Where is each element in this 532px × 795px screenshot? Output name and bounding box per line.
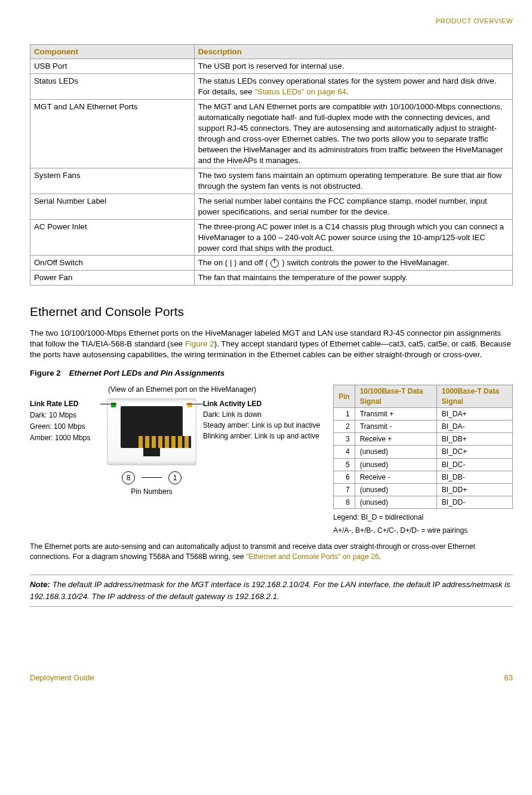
cell-desc: The two system fans maintain an optimum … bbox=[194, 168, 512, 194]
section-paragraph: The two 10/100/1000-Mbps Ethernet ports … bbox=[30, 328, 513, 360]
cell-component: MGT and LAN Ethernet Ports bbox=[30, 100, 195, 168]
figure-under-note: The Ethernet ports are auto-sensing and … bbox=[30, 542, 513, 563]
footer-page-number: 63 bbox=[505, 673, 513, 683]
components-table: Component Description USB Port The USB p… bbox=[30, 44, 513, 286]
table-row: 2Transmit -BI_DA- bbox=[334, 420, 513, 432]
section-title: Ethernet and Console Ports bbox=[30, 303, 513, 320]
page-footer: Deployment Guide 63 bbox=[30, 673, 513, 683]
note-box: Note: The default IP address/netmask for… bbox=[30, 575, 513, 607]
cell-component: On/Off Switch bbox=[30, 256, 195, 271]
col-pin: Pin bbox=[334, 385, 355, 407]
table-row: Serial Number Label The serial number la… bbox=[30, 194, 513, 219]
note-text: The default IP address/netmask for the M… bbox=[30, 580, 511, 601]
table-row: AC Power Inlet The three-prong AC power … bbox=[30, 219, 513, 256]
cell-component: AC Power Inlet bbox=[30, 219, 195, 256]
rj45-port-icon bbox=[107, 398, 196, 465]
table-row: Power Fan The fan that maintains the tem… bbox=[30, 271, 513, 286]
col-1000: 1000Base-T Data Signal bbox=[436, 385, 512, 407]
link-activity-led-key: Link Activity LED Dark: Link is down Ste… bbox=[203, 398, 322, 441]
table-row: MGT and LAN Ethernet Ports The MGT and L… bbox=[30, 100, 513, 168]
table-row: 8(unused)BI_DD- bbox=[334, 496, 513, 509]
table-row: 4(unused)BI_DC+ bbox=[334, 446, 513, 458]
running-head: PRODUCT OVERVIEW bbox=[30, 17, 513, 26]
link-eth-console-ports[interactable]: "Ethernet and Console Ports" on page 26 bbox=[246, 552, 379, 561]
table-row: 6Receive -BI_DB- bbox=[334, 471, 513, 483]
cell-desc: The serial number label contains the FCC… bbox=[194, 194, 512, 219]
col-description: Description bbox=[194, 44, 512, 59]
cell-component: USB Port bbox=[30, 59, 195, 74]
power-icon bbox=[270, 259, 279, 268]
cell-desc: The three-prong AC power inlet is a C14 … bbox=[194, 219, 512, 256]
link-figure-2[interactable]: Figure 2 bbox=[185, 339, 214, 348]
legend-line-1: Legend: BI_D = bidirectional bbox=[333, 512, 513, 522]
table-row: Status LEDs The status LEDs convey opera… bbox=[30, 74, 513, 100]
link-rate-led-key: Link Rate LED Dark: 10 Mbps Green: 100 M… bbox=[30, 398, 100, 444]
figure-caption: Figure 2Ethernet Port LEDs and Pin Assig… bbox=[30, 368, 513, 379]
note-label: Note: bbox=[30, 580, 50, 589]
cell-desc: The MGT and LAN Ethernet ports are compa… bbox=[194, 100, 512, 168]
table-row: 1Transmit +BI_DA+ bbox=[334, 407, 513, 420]
pin-numbers-label: Pin Numbers bbox=[131, 487, 172, 496]
cell-component: Serial Number Label bbox=[30, 194, 195, 219]
cell-component: Status LEDs bbox=[30, 74, 195, 100]
col-component: Component bbox=[30, 44, 195, 59]
table-row: System Fans The two system fans maintain… bbox=[30, 168, 513, 194]
figure-2: (View of an Ethernet port on the HiveMan… bbox=[30, 385, 513, 535]
table-row: On/Off Switch The on ( | ) and off ( ) s… bbox=[30, 256, 513, 271]
cell-component: Power Fan bbox=[30, 271, 195, 286]
pin-1-icon: 1 bbox=[168, 471, 182, 484]
table-row: 3Receive +BI_DB+ bbox=[334, 433, 513, 446]
cell-desc: The USB port is reserved for internal us… bbox=[194, 59, 512, 74]
pin-assignment-table: Pin 10/100Base-T Data Signal 1000Base-T … bbox=[333, 385, 513, 509]
cell-component: System Fans bbox=[30, 168, 195, 194]
legend-line-2: A+/A-, B+/B-, C+/C-, D+/D- = wire pairin… bbox=[333, 526, 513, 535]
cell-desc: The on ( | ) and off ( ) switch controls… bbox=[194, 256, 512, 271]
table-row: 7(unused)BI_DD+ bbox=[334, 483, 513, 496]
table-row: USB Port The USB port is reserved for in… bbox=[30, 59, 513, 74]
pin-table-wrap: Pin 10/100Base-T Data Signal 1000Base-T … bbox=[333, 385, 513, 535]
col-10-100: 10/100Base-T Data Signal bbox=[355, 385, 436, 407]
table-row: 5(unused)BI_DC- bbox=[334, 458, 513, 471]
cell-desc: The fan that maintains the temperature o… bbox=[194, 271, 512, 286]
figure-view-label: (View of an Ethernet port on the HiveMan… bbox=[42, 385, 322, 394]
footer-left: Deployment Guide bbox=[30, 673, 94, 683]
cell-desc: The status LEDs convey operational state… bbox=[194, 74, 512, 100]
pin-8-icon: 8 bbox=[122, 471, 135, 484]
link-status-leds[interactable]: "Status LEDs" on page 64 bbox=[254, 87, 346, 96]
